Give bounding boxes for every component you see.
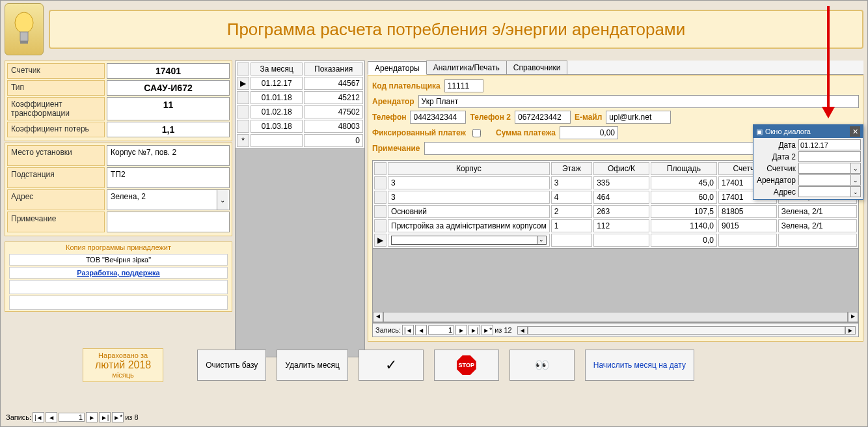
value-address[interactable]: Зелена, 2 bbox=[107, 189, 230, 210]
readings-panel: За месяц Показания ▶01.12.1744567 01.01.… bbox=[235, 61, 365, 342]
tab-strip: Арендаторы Аналитика/Печать Справочники bbox=[368, 61, 863, 75]
svg-point-0 bbox=[15, 12, 33, 33]
delete-month-button[interactable]: Удалить месяц bbox=[277, 350, 347, 381]
dialog-date-input[interactable] bbox=[798, 139, 861, 150]
input-sum[interactable] bbox=[560, 126, 618, 139]
license-blank2 bbox=[9, 296, 228, 310]
nav-label: Запись: bbox=[375, 326, 401, 334]
value-ktrans[interactable]: 11 bbox=[107, 97, 230, 120]
right-panel: Арендаторы Аналитика/Печать Справочники … bbox=[368, 61, 863, 342]
clear-db-button[interactable]: Очистить базу bbox=[197, 350, 266, 381]
tenant-record-nav: Запись: |◄ ◄ ► ►| ►* из 12 ◄ ► bbox=[372, 323, 859, 337]
readings-row: 01.03.1848003 bbox=[237, 120, 363, 133]
lbl-fixed: Фиксированный платеж bbox=[372, 128, 466, 137]
nav-pos-input[interactable] bbox=[428, 325, 454, 335]
subform-scroll-right-icon[interactable]: ► bbox=[845, 326, 856, 335]
main-window: Программа расчета потребления э/энергии … bbox=[0, 0, 868, 427]
tab-analytics[interactable]: Аналитика/Печать bbox=[426, 61, 507, 74]
license-box: Копия программы принадлежит ТОВ "Вечірня… bbox=[5, 241, 232, 312]
svg-rect-1 bbox=[20, 32, 28, 41]
search-button[interactable]: 👀 bbox=[509, 350, 575, 381]
app-nav-pos-input[interactable] bbox=[59, 413, 85, 422]
tab-body: Код плательщика Арендатор Телефон Телефо… bbox=[368, 75, 863, 342]
input-tenant[interactable] bbox=[418, 95, 859, 108]
form-icon: ▣ bbox=[756, 128, 763, 136]
tab-reference[interactable]: Справочники bbox=[506, 61, 568, 74]
nav-prev-icon[interactable]: ◄ bbox=[415, 325, 427, 335]
value-type[interactable]: СА4У-И672 bbox=[107, 80, 230, 96]
dev-support-link[interactable]: Разработка, поддержка bbox=[9, 267, 228, 279]
binoculars-icon: 👀 bbox=[535, 358, 549, 372]
scroll-left-icon[interactable]: ◄ bbox=[373, 312, 383, 322]
input-payer-code[interactable] bbox=[444, 79, 483, 92]
lbl-tenant: Арендатор bbox=[372, 97, 414, 106]
col-building[interactable]: Корпус bbox=[388, 162, 550, 175]
stop-icon: STOP bbox=[457, 355, 476, 375]
readings-grid-empty bbox=[235, 149, 365, 357]
app-nav-last-icon[interactable]: ►| bbox=[99, 412, 111, 422]
col-floor[interactable]: Этаж bbox=[551, 162, 592, 175]
nav-next-icon[interactable]: ► bbox=[455, 325, 467, 335]
nav-first-icon[interactable]: |◄ bbox=[402, 325, 414, 335]
readings-row: 01.02.1847502 bbox=[237, 105, 363, 118]
subform-scroll-left-icon[interactable]: ◄ bbox=[517, 326, 528, 335]
bottom-bar: Нараховано за лютий 2018 місяць Очистить… bbox=[1, 344, 867, 386]
license-owner: ТОВ "Вечірня зірка" bbox=[9, 254, 228, 266]
app-nav-next-icon[interactable]: ► bbox=[86, 412, 98, 422]
scroll-right-icon[interactable]: ► bbox=[848, 312, 858, 322]
input-phone2[interactable] bbox=[515, 111, 571, 124]
license-blank1 bbox=[9, 280, 228, 294]
check-fixed[interactable] bbox=[472, 129, 481, 137]
lbl-payer-code: Код плательщика bbox=[372, 81, 441, 90]
value-place[interactable]: Корпус №7, пов. 2 bbox=[107, 145, 230, 166]
lbl-sum: Сумма платежа bbox=[496, 128, 556, 137]
app-title: Программа расчета потребления э/энергии … bbox=[227, 20, 686, 40]
input-phone[interactable] bbox=[410, 111, 466, 124]
premises-row: Пристройка за адміністративним корпусом1… bbox=[374, 219, 857, 232]
app-nav-first-icon[interactable]: |◄ bbox=[33, 412, 44, 422]
premises-grid-space: ◄ ► bbox=[372, 249, 859, 323]
value-note[interactable] bbox=[107, 212, 230, 232]
label-type: Тип bbox=[7, 80, 105, 96]
col-month[interactable]: За месяц bbox=[251, 62, 303, 76]
col-area[interactable]: Площадь bbox=[651, 162, 717, 175]
stop-button[interactable]: STOP bbox=[434, 350, 499, 381]
calc-month-button[interactable]: Начислить месяц на дату bbox=[585, 350, 694, 381]
check-icon: ✓ bbox=[385, 357, 397, 374]
dialog-addr-combo[interactable] bbox=[798, 186, 861, 197]
input-email[interactable] bbox=[606, 111, 671, 124]
confirm-button[interactable]: ✓ bbox=[359, 350, 424, 381]
dialog-titlebar[interactable]: ▣ Окно диалога ✕ bbox=[753, 125, 863, 138]
svg-rect-2 bbox=[20, 41, 28, 44]
app-nav-prev-icon[interactable]: ◄ bbox=[46, 412, 57, 422]
header: Программа расчета потребления э/энергии … bbox=[1, 1, 867, 58]
app-nav-new-icon[interactable]: ►* bbox=[112, 412, 124, 422]
premises-row-new: ▶⌄0,0 bbox=[374, 234, 857, 247]
month-accrued-box: Нараховано за лютий 2018 місяць bbox=[83, 348, 163, 382]
readings-row: 01.01.1845212 bbox=[237, 91, 363, 104]
app-record-nav: Запись: |◄ ◄ ► ►| ►* из 8 bbox=[3, 411, 865, 424]
dialog-counter-combo[interactable] bbox=[798, 163, 861, 174]
bulb-icon bbox=[5, 3, 44, 55]
dialog-title: Окно диалога bbox=[765, 128, 811, 135]
nav-last-icon[interactable]: ►| bbox=[468, 325, 480, 335]
label-kloss: Коэффициент потерь bbox=[7, 122, 105, 137]
col-reading[interactable]: Показания bbox=[304, 62, 363, 76]
close-icon[interactable]: ✕ bbox=[850, 126, 860, 137]
value-kloss[interactable]: 1,1 bbox=[107, 122, 230, 137]
filter-dialog[interactable]: ▣ Окно диалога ✕ Дата Дата 2 Счетчик Аре… bbox=[753, 124, 863, 200]
nav-new-icon[interactable]: ►* bbox=[481, 325, 493, 335]
dialog-tenant-combo[interactable] bbox=[798, 174, 861, 186]
annotation-arrow-icon bbox=[822, 6, 835, 123]
value-substation[interactable]: ТП2 bbox=[107, 167, 230, 188]
col-office[interactable]: Офис/К bbox=[593, 162, 649, 175]
readings-grid[interactable]: За месяц Показания ▶01.12.1744567 01.01.… bbox=[235, 61, 365, 149]
label-place: Место установки bbox=[7, 145, 105, 166]
premises-hscroll[interactable]: ◄ ► bbox=[373, 312, 858, 322]
label-address: Адрес bbox=[7, 189, 105, 210]
readings-row: ▶01.12.1744567 bbox=[237, 77, 363, 90]
tab-tenants[interactable]: Арендаторы bbox=[368, 61, 427, 75]
dialog-date2-input[interactable] bbox=[798, 151, 861, 162]
license-caption: Копия программы принадлежит bbox=[5, 242, 232, 253]
value-counter[interactable]: 17401 bbox=[107, 63, 230, 79]
